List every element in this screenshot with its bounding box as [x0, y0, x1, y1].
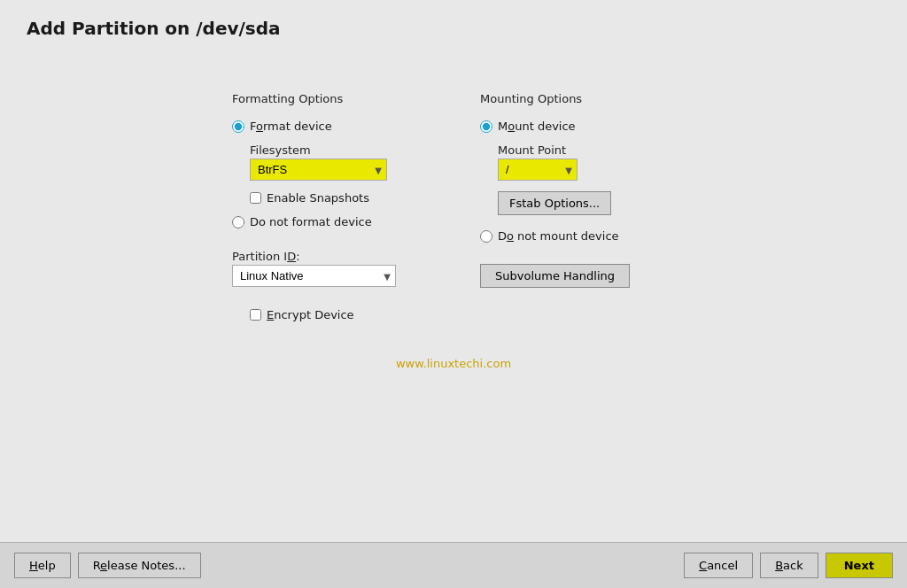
format-device-radio-group[interactable]: Format device — [232, 120, 427, 133]
subvolume-wrapper: Subvolume Handling — [480, 260, 675, 288]
do-not-format-radio-group[interactable]: Do not format device — [232, 215, 427, 228]
form-area: Formatting Options Format device Filesys… — [27, 92, 880, 321]
main-content: Add Partition on /dev/sda Formatting Opt… — [0, 0, 907, 542]
enable-snapshots-label: Enable Snapshots — [267, 191, 369, 205]
next-button[interactable]: Next — [826, 553, 893, 578]
mount-point-dropdown-wrapper: / /boot /home /var /tmp ▼ — [498, 159, 578, 181]
release-notes-button[interactable]: Release Notes... — [78, 553, 201, 578]
back-button[interactable]: Back — [760, 553, 818, 578]
encrypt-device-checkbox[interactable] — [250, 309, 261, 321]
format-device-label: Format device — [250, 120, 332, 133]
format-device-radio[interactable] — [232, 120, 244, 133]
formatting-section-label: Formatting Options — [232, 92, 427, 105]
partition-id-select[interactable]: Linux Native Linux Swap EFI System Parti… — [232, 265, 396, 287]
filesystem-section: Filesystem BtrFS ext4 ext3 xfs swap ▼ — [250, 143, 427, 181]
mount-point-select[interactable]: / /boot /home /var /tmp — [498, 159, 578, 181]
enable-snapshots-group[interactable]: Enable Snapshots — [250, 191, 427, 205]
subvolume-handling-button[interactable]: Subvolume Handling — [480, 264, 630, 288]
encrypt-device-label: Encrypt Device — [267, 308, 354, 321]
filesystem-label: Filesystem — [250, 143, 427, 157]
do-not-mount-label: Do not mount device — [498, 229, 619, 243]
filesystem-dropdown-wrapper: BtrFS ext4 ext3 xfs swap ▼ — [250, 159, 387, 181]
filesystem-select[interactable]: BtrFS ext4 ext3 xfs swap — [250, 159, 387, 181]
mount-device-radio-group[interactable]: Mount device — [480, 120, 675, 133]
mount-device-radio[interactable] — [480, 120, 492, 133]
do-not-format-label: Do not format device — [250, 215, 372, 228]
partition-id-dropdown-wrapper: Linux Native Linux Swap EFI System Parti… — [232, 265, 396, 287]
bottom-bar-left: Help Release Notes... — [14, 553, 201, 578]
enable-snapshots-checkbox[interactable] — [250, 192, 261, 204]
bottom-bar-right: Cancel Back Next — [684, 553, 893, 578]
mounting-column: Mounting Options Mount device Mount Poin… — [480, 92, 675, 321]
fstab-options-wrapper: Fstab Options... — [498, 191, 675, 215]
mount-point-section: Mount Point / /boot /home /var /tmp ▼ — [498, 143, 675, 181]
do-not-mount-radio-group[interactable]: Do not mount device — [480, 229, 675, 243]
mount-device-label: Mount device — [498, 120, 576, 133]
watermark: www.linuxtechi.com — [27, 357, 880, 370]
formatting-column: Formatting Options Format device Filesys… — [232, 92, 427, 321]
mounting-section-label: Mounting Options — [480, 92, 675, 105]
encrypt-device-group[interactable]: Encrypt Device — [250, 308, 427, 321]
fstab-options-button[interactable]: Fstab Options... — [498, 191, 611, 215]
help-button[interactable]: Help — [14, 553, 71, 578]
partition-id-section: Partition ID: Linux Native Linux Swap EF… — [232, 250, 427, 287]
mount-point-label: Mount Point — [498, 143, 675, 157]
page-title: Add Partition on /dev/sda — [27, 18, 880, 39]
partition-id-label: Partition ID: — [232, 250, 427, 263]
bottom-bar: Help Release Notes... Cancel Back Next — [0, 542, 907, 588]
cancel-button[interactable]: Cancel — [684, 553, 753, 578]
do-not-mount-radio[interactable] — [480, 230, 492, 243]
do-not-format-radio[interactable] — [232, 216, 244, 228]
